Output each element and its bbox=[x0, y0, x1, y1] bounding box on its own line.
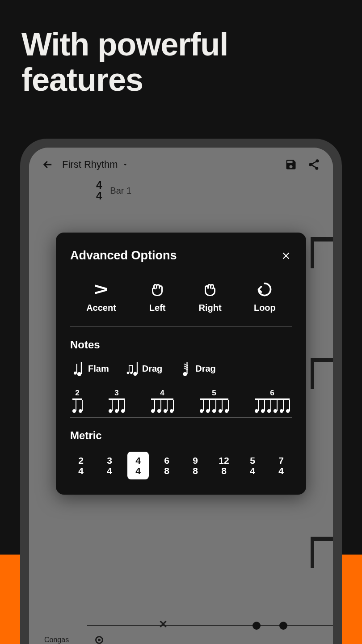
svg-rect-7 bbox=[132, 365, 133, 373]
tuplet-beam-icon bbox=[253, 398, 291, 413]
tuplet-row: 23456 bbox=[70, 389, 292, 413]
metric-section-title: Metric bbox=[70, 429, 292, 442]
tuplet-4[interactable]: 4 bbox=[150, 389, 175, 413]
rhythm-title-dropdown[interactable]: First Rhythm bbox=[62, 159, 277, 170]
staff-note-x[interactable]: ✕ bbox=[159, 618, 168, 631]
metric-2-4[interactable]: 24 bbox=[70, 452, 92, 479]
modal-title: Advanced Options bbox=[70, 249, 177, 263]
app-header: First Rhythm bbox=[29, 148, 333, 177]
divider-1 bbox=[70, 326, 292, 327]
time-sig-bottom: 4 bbox=[96, 191, 102, 201]
tuplet-number: 5 bbox=[212, 389, 216, 398]
metric-5-4[interactable]: 54 bbox=[242, 452, 263, 479]
metric-top: 5 bbox=[250, 455, 255, 466]
svg-rect-1 bbox=[76, 364, 77, 373]
note-flam[interactable]: Flam bbox=[72, 361, 109, 376]
metric-top: 12 bbox=[219, 455, 229, 466]
rhythm-title-text: First Rhythm bbox=[62, 159, 118, 170]
note-drag-1[interactable]: Drag bbox=[126, 361, 163, 376]
share-icon[interactable] bbox=[308, 158, 320, 171]
metric-12-8[interactable]: 128 bbox=[213, 452, 235, 479]
time-signature-row: 4 4 Bar 1 bbox=[29, 177, 333, 201]
metric-bottom: 8 bbox=[221, 466, 227, 476]
divider-2 bbox=[70, 417, 292, 418]
tuplet-number: 3 bbox=[114, 389, 118, 398]
tuplet-2[interactable]: 2 bbox=[71, 389, 84, 413]
svg-rect-3 bbox=[81, 362, 82, 374]
bg-notation-1 bbox=[311, 237, 333, 264]
metric-9-8[interactable]: 98 bbox=[185, 452, 206, 479]
tuplet-5[interactable]: 5 bbox=[198, 389, 230, 413]
metric-bottom: 8 bbox=[193, 466, 198, 476]
back-arrow-icon[interactable] bbox=[42, 158, 54, 171]
bg-notation-2 bbox=[311, 358, 333, 385]
option-left-label: Left bbox=[149, 303, 166, 313]
tuplet-beam-icon bbox=[107, 398, 126, 413]
option-loop-label: Loop bbox=[254, 303, 276, 313]
tuplet-beam-icon bbox=[198, 398, 230, 413]
svg-rect-5 bbox=[129, 365, 130, 373]
time-sig-top: 4 bbox=[96, 180, 102, 191]
note-drag-2-label: Drag bbox=[195, 364, 216, 374]
svg-point-2 bbox=[77, 372, 81, 376]
svg-point-11 bbox=[183, 372, 187, 376]
option-right[interactable]: Right bbox=[199, 280, 222, 313]
metric-top: 7 bbox=[278, 455, 284, 466]
option-accent[interactable]: > Accent bbox=[86, 280, 116, 313]
hand-left-icon bbox=[148, 280, 166, 298]
save-icon[interactable] bbox=[285, 158, 297, 171]
loop-icon bbox=[256, 280, 274, 298]
option-right-label: Right bbox=[199, 303, 222, 313]
metric-4-4[interactable]: 44 bbox=[127, 452, 149, 479]
svg-point-9 bbox=[133, 372, 137, 376]
svg-rect-8 bbox=[129, 365, 133, 366]
metric-top: 3 bbox=[107, 455, 112, 466]
bg-notation-3 bbox=[311, 537, 333, 564]
staff-note-dot-2[interactable] bbox=[279, 622, 287, 630]
option-accent-label: Accent bbox=[86, 303, 116, 313]
metric-bottom: 4 bbox=[278, 466, 284, 476]
tuplet-3[interactable]: 3 bbox=[107, 389, 126, 413]
drag-icon bbox=[126, 361, 138, 376]
tuplet-number: 2 bbox=[75, 389, 79, 398]
tuplet-beam-icon bbox=[150, 398, 175, 413]
bar-label: Bar 1 bbox=[110, 186, 131, 196]
close-icon[interactable] bbox=[280, 250, 292, 262]
metric-7-4[interactable]: 74 bbox=[270, 452, 292, 479]
phone-frame: First Rhythm 4 4 Bar 1 ✕ Congas Advance bbox=[20, 139, 342, 644]
tuplet-number: 6 bbox=[270, 389, 274, 398]
metric-bottom: 4 bbox=[135, 466, 141, 476]
metric-top: 4 bbox=[135, 455, 141, 466]
metric-top: 2 bbox=[78, 455, 84, 466]
metric-top: 9 bbox=[193, 455, 198, 466]
advanced-options-modal: Advanced Options > Accent Left bbox=[56, 233, 306, 495]
notes-section-title: Notes bbox=[70, 339, 292, 351]
tuplet-6[interactable]: 6 bbox=[253, 389, 291, 413]
tuplet-number: 4 bbox=[160, 389, 164, 398]
drag2-icon bbox=[179, 361, 191, 376]
marketing-headline: With powerful features bbox=[0, 0, 362, 97]
note-drag-1-label: Drag bbox=[142, 364, 163, 374]
chevron-down-icon bbox=[122, 161, 129, 168]
metric-bottom: 8 bbox=[164, 466, 169, 476]
option-loop[interactable]: Loop bbox=[254, 280, 276, 313]
accent-icon: > bbox=[93, 280, 110, 298]
instrument-label: Congas bbox=[44, 636, 69, 644]
flam-icon bbox=[72, 361, 84, 376]
metric-bottom: 4 bbox=[78, 466, 84, 476]
note-flam-label: Flam bbox=[88, 364, 109, 374]
note-drag-2[interactable]: Drag bbox=[179, 361, 216, 376]
hand-right-icon bbox=[201, 280, 219, 298]
staff-line bbox=[87, 625, 333, 626]
metric-top: 6 bbox=[164, 455, 169, 466]
option-left[interactable]: Left bbox=[148, 280, 166, 313]
time-signature[interactable]: 4 4 bbox=[96, 180, 102, 201]
metric-bottom: 4 bbox=[250, 466, 255, 476]
phone-screen: First Rhythm 4 4 Bar 1 ✕ Congas Advance bbox=[29, 148, 333, 644]
staff-note-dot-1[interactable] bbox=[253, 622, 261, 630]
repeat-marker[interactable] bbox=[95, 636, 103, 644]
metric-3-4[interactable]: 34 bbox=[99, 452, 120, 479]
metric-bottom: 4 bbox=[107, 466, 112, 476]
metric-6-8[interactable]: 68 bbox=[156, 452, 177, 479]
svg-rect-10 bbox=[137, 362, 138, 374]
